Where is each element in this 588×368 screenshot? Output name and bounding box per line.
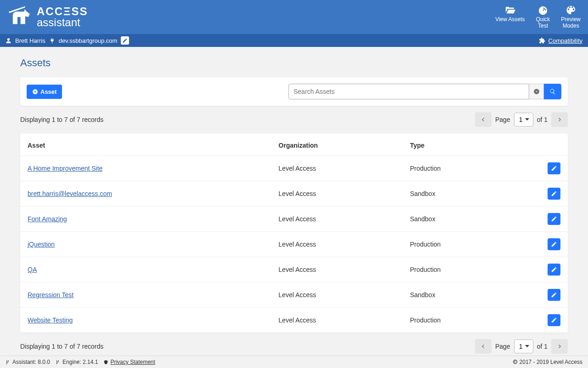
pencil-icon [551, 165, 557, 172]
privacy-link[interactable]: Privacy Statement [103, 359, 155, 365]
brand-line1: ACCΞSS [37, 6, 88, 17]
assets-table-panel: Asset Organization Type A Home Improveme… [20, 133, 568, 333]
pencil-icon [551, 190, 557, 197]
arrow-left-icon [481, 344, 486, 349]
search-group [288, 84, 561, 99]
asset-org: Level Access [272, 232, 403, 257]
table-row: QALevel AccessProduction [20, 257, 568, 282]
pencil-icon [551, 292, 557, 298]
prev-page-button[interactable] [475, 112, 492, 127]
branch-icon [6, 360, 11, 365]
palette-icon [565, 5, 577, 15]
next-page-button[interactable] [551, 112, 568, 127]
page-of-label: of 1 [537, 116, 548, 123]
table-row: A Home Improvement SiteLevel AccessProdu… [20, 156, 568, 181]
page-title: Assets [20, 57, 568, 69]
asset-type: Production [403, 156, 524, 181]
col-organization: Organization [272, 133, 403, 156]
arrow-right-icon [557, 117, 562, 122]
search-button[interactable] [544, 84, 561, 99]
asset-org: Level Access [272, 282, 403, 308]
edit-domain-button[interactable] [121, 36, 129, 45]
edit-asset-button[interactable] [548, 162, 560, 174]
asset-org: Level Access [272, 207, 403, 232]
brand-line2: assistant [37, 17, 88, 28]
header-nav: View Assets QuickTest PreviewModes [495, 5, 581, 29]
asset-link[interactable]: brett.harris@levelaccess.com [28, 190, 112, 197]
engine-version: Engine: 2.14.1 [56, 359, 98, 365]
asset-type: Sandbox [403, 282, 524, 308]
page-select-bottom[interactable]: 1 [514, 339, 533, 353]
pencil-icon [551, 216, 557, 222]
add-asset-label: Asset [40, 88, 57, 95]
nav-view-assets-label: View Assets [495, 16, 525, 23]
asset-type: Sandbox [403, 181, 524, 207]
edit-asset-button[interactable] [548, 213, 560, 225]
nav-preview-modes[interactable]: PreviewModes [561, 5, 581, 29]
records-summary: Displaying 1 to 7 of 7 records [20, 116, 103, 123]
asset-org: Level Access [272, 257, 403, 282]
table-row: brett.harris@levelaccess.comLevel Access… [20, 181, 568, 207]
asset-type: Production [403, 308, 524, 333]
asset-link[interactable]: QA [28, 266, 37, 273]
copyright: 2017 - 2019 Level Access [513, 359, 582, 365]
sub-header: Brett Harris dev.ssbbartgroup.com Compat… [0, 34, 588, 47]
add-asset-button[interactable]: Asset [27, 85, 62, 99]
pencil-square-icon [122, 38, 128, 43]
search-input[interactable] [288, 84, 529, 99]
nav-quick-test[interactable]: QuickTest [536, 5, 550, 29]
pencil-icon [551, 241, 557, 247]
col-asset: Asset [20, 133, 272, 156]
toolbar-panel: Asset [20, 77, 568, 106]
nav-quick-test-label: QuickTest [536, 16, 550, 29]
plus-circle-icon [32, 89, 38, 95]
table-row: jQuestionLevel AccessProduction [20, 232, 568, 257]
edit-asset-button[interactable] [548, 188, 560, 200]
user-icon [6, 38, 11, 44]
asset-link[interactable]: Regression Test [28, 291, 74, 299]
asset-org: Level Access [272, 308, 403, 333]
pencil-icon [551, 317, 557, 323]
pager-row-bottom: Displaying 1 to 7 of 7 records Page 1 of… [20, 339, 568, 354]
page-select[interactable]: 1 [514, 113, 533, 126]
edit-asset-button[interactable] [548, 238, 560, 250]
brand-logo: ACCΞSS assistant [7, 5, 88, 29]
asset-type: Sandbox [403, 207, 524, 232]
times-circle-icon [533, 88, 540, 95]
page-of-label-bottom: of 1 [537, 343, 548, 350]
nav-preview-modes-label: PreviewModes [561, 16, 581, 29]
plug-icon [49, 38, 55, 44]
asset-link[interactable]: A Home Improvement Site [28, 165, 102, 172]
asset-link[interactable]: Website Testing [28, 316, 73, 324]
clear-search-button[interactable] [529, 84, 544, 99]
assistant-version: Assistant: 8.0.0 [6, 359, 50, 365]
records-summary-bottom: Displaying 1 to 7 of 7 records [20, 343, 103, 350]
branch-icon [56, 360, 61, 365]
table-row: Regression TestLevel AccessSandbox [20, 282, 568, 308]
edit-asset-button[interactable] [548, 264, 560, 276]
dog-logo-icon [7, 5, 32, 29]
user-name: Brett Harris [15, 37, 45, 44]
asset-type: Production [403, 257, 524, 282]
folder-open-icon [504, 5, 516, 15]
compatibility-link[interactable]: Compatibility [548, 37, 582, 44]
nav-view-assets[interactable]: View Assets [495, 5, 525, 23]
assets-table: Asset Organization Type A Home Improveme… [20, 133, 568, 333]
asset-type: Production [403, 232, 524, 257]
edit-asset-button[interactable] [548, 289, 560, 301]
main-header: ACCΞSS assistant View Assets QuickTest P… [0, 0, 588, 34]
col-type: Type [403, 133, 524, 156]
page-label: Page [495, 116, 510, 123]
asset-link[interactable]: jQuestion [28, 241, 55, 248]
asset-org: Level Access [272, 156, 403, 181]
footer: Assistant: 8.0.0 Engine: 2.14.1 Privacy … [0, 356, 588, 368]
search-icon [549, 88, 556, 95]
pager-top: Page 1 of 1 [475, 112, 568, 127]
prev-page-button-bottom[interactable] [475, 339, 492, 354]
next-page-button-bottom[interactable] [551, 339, 568, 354]
edit-asset-button[interactable] [548, 314, 560, 326]
page-label-bottom: Page [495, 343, 510, 350]
pager-bottom: Page 1 of 1 [475, 339, 568, 354]
copyright-icon [513, 359, 518, 364]
asset-link[interactable]: Font Amazing [28, 215, 67, 223]
